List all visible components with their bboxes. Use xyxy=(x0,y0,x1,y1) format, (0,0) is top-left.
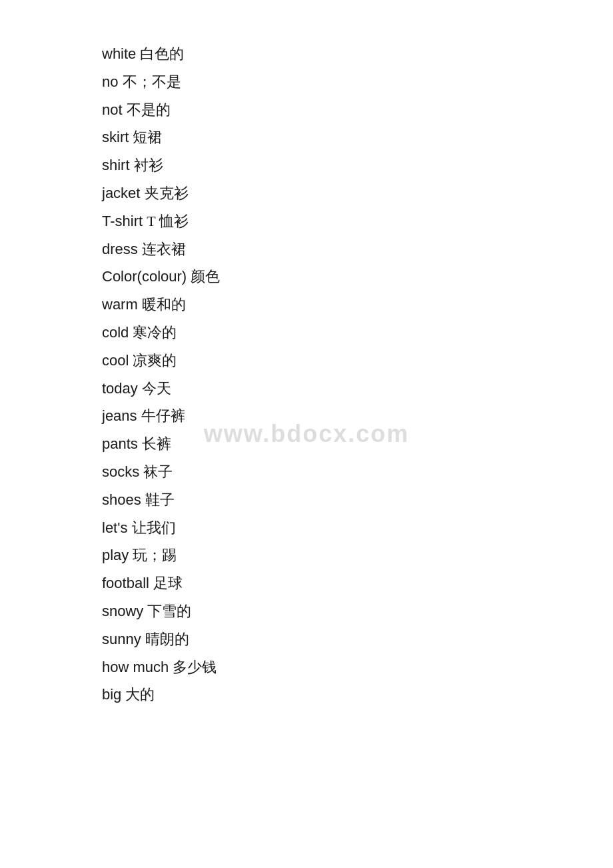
vocab-english: jeans xyxy=(102,407,137,424)
vocab-english: cool xyxy=(102,352,129,369)
list-item: warm 暖和的 xyxy=(102,291,613,319)
vocab-list: white 白色的no 不；不是not 不是的skirt 短裙shirt 衬衫j… xyxy=(0,0,613,749)
vocab-english: sunny xyxy=(102,631,141,647)
vocab-chinese: 鞋子 xyxy=(145,491,175,508)
vocab-chinese: 大的 xyxy=(125,686,155,703)
vocab-english: let's xyxy=(102,519,127,536)
vocab-english: shoes xyxy=(102,491,141,508)
vocab-chinese: 下雪的 xyxy=(147,603,191,619)
list-item: socks 袜子 xyxy=(102,458,613,486)
vocab-english: how much xyxy=(102,659,169,675)
vocab-english: cold xyxy=(102,324,129,341)
list-item: T-shirt T 恤衫 xyxy=(102,207,613,235)
list-item: dress 连衣裙 xyxy=(102,235,613,263)
vocab-chinese: 夹克衫 xyxy=(145,185,189,201)
list-item: white 白色的 xyxy=(102,40,613,68)
list-item: jeans 牛仔裤 xyxy=(102,402,613,430)
vocab-chinese: T 恤衫 xyxy=(147,213,189,229)
list-item: no 不；不是 xyxy=(102,68,613,96)
vocab-chinese: 长裤 xyxy=(142,435,171,452)
vocab-chinese: 今天 xyxy=(142,380,171,397)
list-item: cold 寒冷的 xyxy=(102,319,613,347)
list-item: cool 凉爽的 xyxy=(102,347,613,375)
vocab-chinese: 连衣裙 xyxy=(142,241,186,257)
list-item: let's 让我们 xyxy=(102,514,613,542)
vocab-english: play xyxy=(102,547,129,563)
list-item: skirt 短裙 xyxy=(102,123,613,151)
vocab-chinese: 暖和的 xyxy=(142,296,186,313)
list-item: football 足球 xyxy=(102,569,613,597)
vocab-english: big xyxy=(102,686,121,703)
vocab-chinese: 衬衫 xyxy=(134,157,163,173)
vocab-english: pants xyxy=(102,435,138,452)
vocab-english: socks xyxy=(102,463,139,480)
list-item: play 玩；踢 xyxy=(102,541,613,569)
vocab-chinese: 寒冷的 xyxy=(133,324,177,341)
vocab-chinese: 白色的 xyxy=(140,45,184,62)
vocab-chinese: 多少钱 xyxy=(173,659,217,675)
vocab-chinese: 袜子 xyxy=(143,463,173,480)
vocab-chinese: 晴朗的 xyxy=(145,631,189,647)
list-item: sunny 晴朗的 xyxy=(102,625,613,653)
list-item: today 今天 xyxy=(102,375,613,403)
list-item: shoes 鞋子 xyxy=(102,486,613,514)
vocab-chinese: 颜色 xyxy=(191,268,220,285)
vocab-english: not xyxy=(102,101,123,118)
list-item: big 大的 xyxy=(102,681,613,709)
vocab-chinese: 短裙 xyxy=(133,129,162,145)
vocab-english: jacket xyxy=(102,185,140,201)
vocab-chinese: 玩；踢 xyxy=(133,547,177,563)
list-item: how much 多少钱 xyxy=(102,653,613,681)
vocab-english: dress xyxy=(102,241,138,257)
list-item: jacket 夹克衫 xyxy=(102,179,613,207)
vocab-english: skirt xyxy=(102,129,129,145)
list-item: snowy 下雪的 xyxy=(102,597,613,625)
vocab-english: T-shirt xyxy=(102,213,143,229)
list-item: shirt 衬衫 xyxy=(102,151,613,179)
vocab-english: Color(colour) xyxy=(102,268,187,285)
vocab-english: snowy xyxy=(102,603,143,619)
vocab-chinese: 牛仔裤 xyxy=(141,407,185,424)
vocab-english: football xyxy=(102,575,149,591)
vocab-chinese: 足球 xyxy=(153,575,183,591)
vocab-english: shirt xyxy=(102,157,130,173)
vocab-english: white xyxy=(102,45,136,62)
vocab-english: no xyxy=(102,73,118,90)
vocab-english: today xyxy=(102,380,138,397)
list-item: not 不是的 xyxy=(102,96,613,124)
vocab-chinese: 不是的 xyxy=(127,101,171,118)
vocab-chinese: 让我们 xyxy=(132,519,176,536)
list-item: Color(colour) 颜色 xyxy=(102,263,613,291)
vocab-chinese: 不；不是 xyxy=(123,73,181,90)
vocab-chinese: 凉爽的 xyxy=(133,352,177,369)
vocab-english: warm xyxy=(102,296,138,313)
list-item: pants 长裤 xyxy=(102,430,613,458)
